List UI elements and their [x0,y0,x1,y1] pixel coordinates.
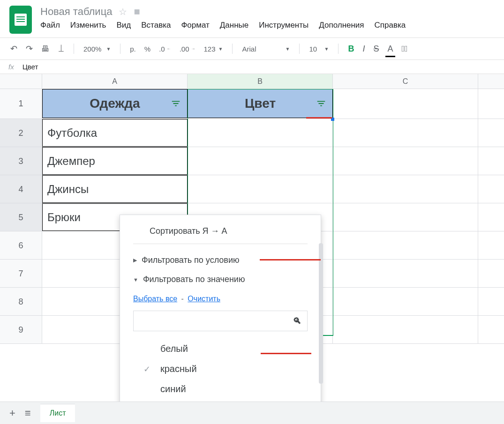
filter-icon[interactable] [315,97,328,110]
font-size-select[interactable]: 10▼ [307,43,331,55]
fx-label: fx [8,63,14,71]
row-number[interactable]: 2 [0,119,42,147]
folder-icon[interactable]: ■ [134,6,140,18]
decrease-decimal[interactable]: .0← [157,43,173,55]
star-icon[interactable]: ☆ [119,6,127,17]
menu-data[interactable]: Данные [220,21,248,30]
check-icon: ✓ [143,364,152,374]
cell[interactable] [188,147,333,175]
italic-button[interactable]: I [361,42,367,56]
sheet-bar: + ≡ Лист [0,402,504,424]
cell[interactable] [333,203,478,231]
sort-z-a[interactable]: Сортировать Я → А [133,223,308,244]
header-b-label: Цвет [245,96,276,111]
cell[interactable] [333,231,478,259]
cell-c1[interactable] [333,89,478,119]
filter-value-list: ✓белый✓красный✓синий [120,339,321,399]
all-sheets-button[interactable]: ≡ [25,407,31,419]
filter-value-item[interactable]: ✓красный [143,359,308,379]
menu-help[interactable]: Справка [375,21,406,30]
increase-decimal[interactable]: .00→ [178,43,197,55]
percent-format[interactable]: % [143,43,152,55]
scrollbar[interactable] [319,243,323,384]
filter-search-input[interactable] [139,316,293,326]
fill-color-button[interactable]: 🞍̣ [400,42,410,56]
row-number[interactable]: 3 [0,147,42,175]
cell-a1[interactable]: Одежда [42,89,188,118]
triangle-right-icon: ▶ [133,257,137,263]
col-header-b[interactable]: B [188,74,333,89]
formula-value[interactable]: Цвет [23,63,38,71]
menu-tools[interactable]: Инструменты [259,21,308,30]
header-a-label: Одежда [90,96,140,111]
annotation-line [306,117,332,119]
cell[interactable] [333,260,478,287]
cell[interactable] [333,316,478,343]
cell[interactable]: Футболка [42,119,188,147]
triangle-down-icon: ▼ [133,277,138,283]
select-all-link[interactable]: Выбрать все [133,295,177,303]
row-number[interactable]: 1 [0,89,42,119]
annotation-line [261,353,311,354]
undo-icon[interactable]: ↶ [8,42,19,56]
sheet-tab[interactable]: Лист [40,404,75,422]
row-number[interactable]: 4 [0,175,42,203]
bold-button[interactable]: B [346,42,356,56]
cell[interactable]: Джинсы [42,175,188,203]
sheets-logo[interactable] [9,6,32,34]
filter-value-item[interactable]: ✓синий [143,379,308,399]
doc-title[interactable]: Новая таблица [40,6,112,18]
menu-format[interactable]: Формат [181,21,209,30]
strikethrough-button[interactable]: S [371,42,381,56]
toolbar: ↶ ↷ 🖶 ⟘ 200%▼ р. % .0← .00→ 123▼ Arial▼ … [0,37,504,60]
menu-edit[interactable]: Изменить [70,21,106,30]
menu-insert[interactable]: Вставка [141,21,171,30]
filter-value-item[interactable]: ✓белый [143,339,308,359]
cell[interactable] [333,175,478,203]
cell[interactable]: Джемпер [42,147,188,175]
menu-file[interactable]: Файл [40,21,60,30]
menu-addons[interactable]: Дополнения [319,21,364,30]
cell[interactable] [333,288,478,315]
redo-icon[interactable]: ↷ [24,42,35,56]
filter-icon[interactable] [169,97,182,110]
menu-view[interactable]: Вид [116,21,131,30]
search-icon: 🔍︎ [293,316,301,326]
filter-by-value[interactable]: ▼ Фильтровать по значению [133,270,308,289]
row-number[interactable]: 8 [0,288,42,315]
row-number[interactable]: 7 [0,260,42,287]
clear-link[interactable]: Очистить [188,295,220,303]
col-header-c[interactable]: C [333,74,478,89]
font-select[interactable]: Arial▼ [240,43,292,55]
add-sheet-button[interactable]: + [9,407,15,419]
menu-bar: Файл Изменить Вид Вставка Формат Данные … [40,21,495,30]
row-number[interactable]: 9 [0,316,42,343]
annotation-line [260,259,321,260]
spreadsheet-grid: A B C 1 Одежда Цвет 2Футболка3Джемпер4Дж… [0,74,504,344]
currency-format[interactable]: р. [128,43,138,55]
cell[interactable] [333,147,478,175]
number-format[interactable]: 123▼ [202,43,225,55]
paint-format-icon[interactable]: ⟘ [56,42,66,56]
col-header-a[interactable]: A [42,74,188,89]
text-color-button[interactable]: A [385,42,395,56]
row-number[interactable]: 6 [0,231,42,259]
zoom-select[interactable]: 200%▼ [82,43,113,55]
formula-bar: fx Цвет [0,60,504,74]
print-icon[interactable]: 🖶 [39,42,52,56]
filter-popup: Сортировать Я → А ▶ Фильтровать по услов… [120,215,321,424]
row-number[interactable]: 5 [0,203,42,231]
cell-b1[interactable]: Цвет [188,89,333,118]
filter-search[interactable]: 🔍︎ [133,311,308,331]
cell[interactable] [333,119,478,147]
cell[interactable] [188,175,333,203]
select-all-corner[interactable] [0,74,42,89]
cell[interactable] [188,119,333,147]
